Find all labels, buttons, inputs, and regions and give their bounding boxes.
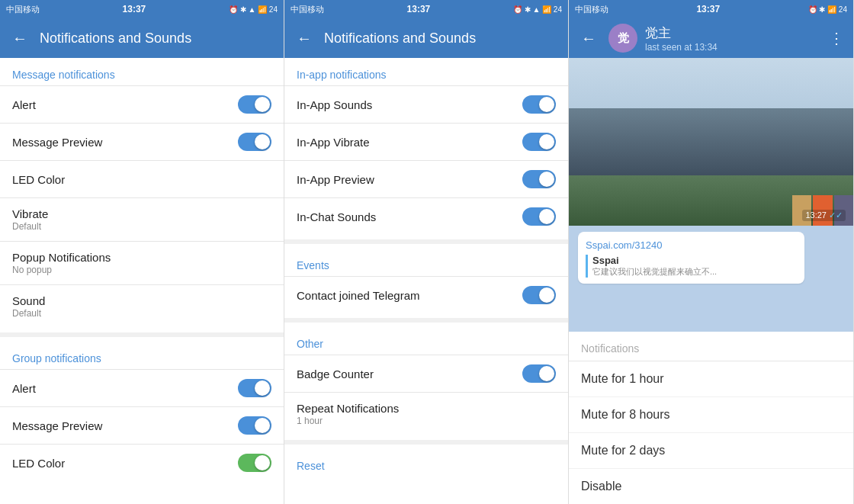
dropdown-item-mute-1h[interactable]: Mute for 1 hour — [569, 361, 853, 397]
header-1: ← Notifications and Sounds — [0, 18, 284, 58]
setting-label-group-alert: Alert — [12, 382, 36, 395]
setting-label-group-led-color: LED Color — [12, 457, 65, 470]
setting-label-message-preview: Message Preview — [12, 136, 102, 149]
chat-link[interactable]: Sspai.com/31240 — [586, 239, 662, 251]
back-button-3[interactable]: ← — [578, 27, 599, 50]
panel-3: 中国移动 13:37 ⏰ ✱ 📶 24 ← 觉 觉主 last seen at … — [569, 0, 854, 504]
section-divider — [284, 318, 568, 323]
chat-preview: Sspai 它建议我们以视觉提醒来确立不... — [586, 255, 797, 278]
setting-sound[interactable]: Sound Default — [0, 285, 284, 328]
setting-popup-text: Popup Notifications No popup — [12, 251, 111, 275]
status-icons-1: ⏰ ✱ ▲ 📶 24 — [229, 5, 278, 14]
setting-contact-joined: Contact joined Telegram — [284, 277, 568, 313]
message-timestamp: 13:27 ✓✓ — [802, 210, 846, 221]
section-header-message: Message notifications — [0, 58, 284, 85]
setting-label-badge-counter: Badge Counter — [297, 368, 374, 380]
section-header-events: Events — [284, 249, 568, 276]
more-button[interactable]: ⋮ — [829, 29, 844, 47]
setting-vibrate[interactable]: Vibrate Default — [0, 198, 284, 241]
setting-label-alert: Alert — [12, 98, 36, 111]
chat-area: 13:27 ✓✓ Sspai.com/31240 Sspai 它建议我们以视觉提… — [569, 58, 853, 504]
chat-preview-title: Sspai — [592, 255, 797, 266]
setting-label-vibrate: Vibrate — [12, 207, 48, 220]
setting-label-inapp-preview: In-App Preview — [297, 173, 374, 186]
setting-led-color[interactable]: LED Color — [0, 161, 284, 197]
dropdown-item-disable[interactable]: Disable — [569, 469, 853, 504]
setting-inapp-vibrate: In-App Vibrate — [284, 124, 568, 160]
time-2: 13:37 — [407, 4, 431, 14]
status-bar-1: 中国移动 13:37 ⏰ ✱ ▲ 📶 24 — [0, 0, 284, 18]
header-3: ← 觉 觉主 last seen at 13:34 ⋮ — [569, 18, 853, 58]
toggle-group-alert[interactable] — [238, 379, 271, 397]
chat-preview-text: 它建议我们以视觉提醒来确立不... — [592, 266, 797, 278]
setting-inchat-sounds: In-Chat Sounds — [284, 198, 568, 235]
section-divider — [0, 332, 284, 337]
section-header-reset[interactable]: Reset — [284, 449, 568, 477]
time-3: 13:37 — [696, 4, 720, 14]
setting-repeat-text: Repeat Notifications 1 hour — [297, 402, 399, 426]
setting-label-inchat-sounds: In-Chat Sounds — [297, 210, 376, 223]
status-bar-3: 中国移动 13:37 ⏰ ✱ 📶 24 — [569, 0, 853, 18]
header-title-2: Notifications and Sounds — [324, 30, 559, 47]
toggle-group-led-color[interactable] — [238, 454, 271, 472]
header-title-1: Notifications and Sounds — [40, 30, 274, 47]
setting-label-sound: Sound — [12, 294, 45, 307]
avatar: 觉 — [608, 24, 637, 53]
setting-label-led-color: LED Color — [12, 173, 65, 186]
dropdown-item-mute-8h[interactable]: Mute for 8 hours — [569, 397, 853, 433]
setting-label-repeat: Repeat Notifications — [297, 402, 399, 415]
section-divider — [284, 440, 568, 445]
back-button-2[interactable]: ← — [294, 27, 315, 50]
toggle-message-preview[interactable] — [238, 133, 271, 151]
setting-badge-counter: Badge Counter — [284, 355, 568, 392]
city-image: 13:27 ✓✓ — [569, 58, 853, 226]
toggle-inapp-vibrate[interactable] — [522, 133, 556, 151]
setting-group-led-color: LED Color — [0, 445, 284, 481]
setting-alert: Alert — [0, 86, 284, 123]
section-header-group: Group notifications — [0, 342, 284, 369]
contact-name: 觉主 — [645, 24, 718, 42]
double-tick-icon: ✓✓ — [829, 210, 843, 220]
setting-label-group-message-preview: Message Preview — [12, 419, 102, 432]
status-icons-3: ⏰ ✱ 📶 24 — [808, 5, 847, 14]
toggle-group-message-preview[interactable] — [238, 416, 271, 435]
panel-1: 中国移动 13:37 ⏰ ✱ ▲ 📶 24 ← Notifications an… — [0, 0, 284, 504]
status-icons-2: ⏰ ✱ ▲ 📶 24 — [513, 5, 562, 14]
setting-popup[interactable]: Popup Notifications No popup — [0, 242, 284, 284]
contact-header[interactable]: 觉 觉主 last seen at 13:34 — [608, 24, 820, 53]
carrier-1: 中国移动 — [6, 4, 40, 15]
toggle-inapp-preview[interactable] — [522, 170, 556, 188]
setting-sublabel-repeat: 1 hour — [297, 416, 399, 426]
toggle-inapp-sounds[interactable] — [522, 95, 556, 114]
toggle-badge-counter[interactable] — [522, 364, 556, 383]
section-header-inapp: In-app notifications — [284, 58, 568, 85]
setting-inapp-preview: In-App Preview — [284, 161, 568, 197]
toggle-alert[interactable] — [238, 95, 271, 114]
setting-sound-text: Sound Default — [12, 294, 45, 319]
chat-bubble-area: Sspai.com/31240 Sspai 它建议我们以视觉提醒来确立不... — [569, 226, 853, 332]
content-2: In-app notifications In-App Sounds In-Ap… — [284, 58, 568, 504]
dropdown-title: Notifications — [569, 332, 853, 361]
status-bar-2: 中国移动 13:37 ⏰ ✱ ▲ 📶 24 — [284, 0, 568, 18]
dropdown-item-mute-2d[interactable]: Mute for 2 days — [569, 433, 853, 469]
setting-group-message-preview: Message Preview — [0, 407, 284, 444]
setting-vibrate-text: Vibrate Default — [12, 207, 48, 232]
setting-label-inapp-vibrate: In-App Vibrate — [297, 136, 370, 149]
time-1: 13:37 — [123, 4, 146, 14]
toggle-inchat-sounds[interactable] — [522, 207, 556, 226]
setting-message-preview: Message Preview — [0, 124, 284, 160]
setting-inapp-sounds: In-App Sounds — [284, 86, 568, 123]
panel-2: 中国移动 13:37 ⏰ ✱ ▲ 📶 24 ← Notifications an… — [284, 0, 569, 504]
setting-sublabel-popup: No popup — [12, 265, 111, 275]
setting-repeat-notifications[interactable]: Repeat Notifications 1 hour — [284, 393, 568, 435]
setting-label-contact-joined: Contact joined Telegram — [297, 289, 419, 302]
setting-sublabel-sound: Default — [12, 308, 45, 319]
toggle-contact-joined[interactable] — [522, 286, 556, 304]
section-header-other: Other — [284, 327, 568, 355]
carrier-3: 中国移动 — [575, 4, 608, 15]
setting-sublabel-vibrate: Default — [12, 221, 48, 232]
back-button-1[interactable]: ← — [9, 27, 30, 50]
setting-group-alert: Alert — [0, 370, 284, 406]
setting-label-popup: Popup Notifications — [12, 251, 111, 264]
chat-bubble: Sspai.com/31240 Sspai 它建议我们以视觉提醒来确立不... — [578, 232, 804, 284]
